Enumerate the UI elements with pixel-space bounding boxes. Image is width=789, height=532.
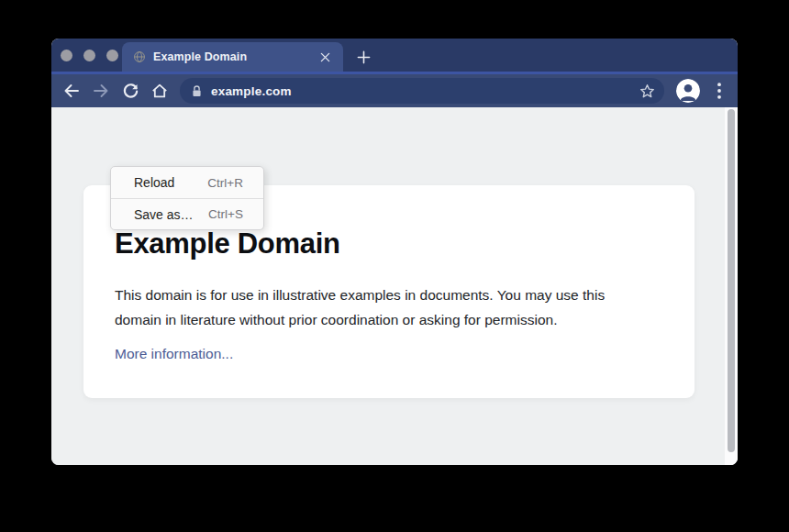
close-icon[interactable] [317,50,332,64]
window-zoom-button[interactable] [106,50,118,61]
lock-icon[interactable] [191,84,203,98]
avatar-icon[interactable] [676,79,700,103]
window-close-button[interactable] [61,50,72,61]
kebab-menu-icon[interactable] [710,79,728,103]
home-icon[interactable] [147,78,172,104]
browser-window: Example Domain [51,39,738,465]
browser-toolbar: example.com [51,72,738,107]
scrollbar-thumb[interactable] [728,109,735,452]
menu-item-shortcut: Ctrl+S [208,207,243,221]
more-information-link[interactable]: More information... [115,345,233,363]
window-controls [61,50,118,61]
menu-item-reload[interactable]: Reload Ctrl+R [111,167,263,198]
page-title: Example Domain [115,227,658,260]
window-minimize-button[interactable] [83,50,95,61]
tab-example-domain[interactable]: Example Domain [122,42,343,72]
page-paragraph: This domain is for use in illustrative e… [115,283,651,332]
plus-icon[interactable] [354,48,372,66]
page-viewport: Example Domain This domain is for use in… [51,107,738,465]
reload-icon[interactable] [117,78,143,104]
screenshot-stage: Example Domain [0,0,789,532]
menu-item-label: Save as… [134,207,194,222]
globe-icon [133,50,146,63]
context-menu: Reload Ctrl+R Save as… Ctrl+S [110,166,264,230]
menu-item-save-as[interactable]: Save as… Ctrl+S [111,198,263,229]
url-text[interactable]: example.com [211,84,632,98]
scrollbar-track[interactable] [725,107,738,465]
menu-item-shortcut: Ctrl+R [207,176,243,190]
tab-strip: Example Domain [51,39,738,72]
arrow-right-icon[interactable] [88,78,114,104]
address-bar[interactable]: example.com [180,78,664,104]
menu-item-label: Reload [134,175,174,190]
tab-title: Example Domain [153,50,310,63]
star-icon[interactable] [639,83,655,99]
arrow-left-icon[interactable] [59,78,84,104]
